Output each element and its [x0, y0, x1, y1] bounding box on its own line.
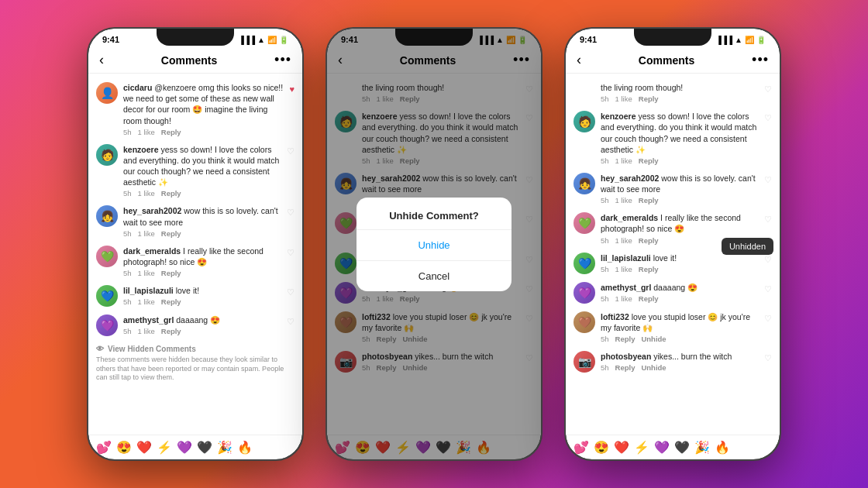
avatar: 💙	[96, 285, 118, 307]
comment-text: lofti232 love you stupid loser 😊 jk you'…	[601, 311, 759, 333]
comment-meta: 5h1 likeReply	[123, 229, 281, 238]
avatar: 👧	[96, 205, 118, 227]
comment-meta: 5h1 likeReply	[123, 128, 284, 136]
emoji-button[interactable]: ❤️	[136, 440, 152, 455]
status-icons: ▐▐▐ ▲ 📶 🔋	[716, 36, 766, 44]
comment-item: 🤎lofti232 love you stupid loser 😊 jk you…	[566, 308, 780, 347]
reply-button[interactable]: Reply	[615, 363, 636, 372]
heart-icon[interactable]: ♡	[764, 84, 772, 95]
reply-button[interactable]: Reply	[161, 189, 181, 198]
heart-icon[interactable]: ♥	[289, 84, 294, 94]
emoji-button[interactable]: ⚡	[634, 440, 649, 455]
emoji-button[interactable]: 😍	[116, 440, 132, 455]
emoji-button[interactable]: 🔥	[237, 440, 253, 455]
heart-icon[interactable]: ♡	[287, 317, 294, 327]
avatar: 💜	[574, 282, 595, 304]
comment-meta: 5h1 likeReply	[601, 156, 759, 165]
back-button[interactable]: ‹	[99, 52, 104, 68]
emoji-button[interactable]: 🔥	[715, 440, 730, 455]
cancel-button[interactable]: Cancel	[356, 261, 512, 291]
emoji-button[interactable]: ⚡	[157, 440, 172, 455]
comment-text: dark_emeralds I really like the second p…	[601, 212, 759, 234]
phone-phone3: 9:41 ▐▐▐ ▲ 📶 🔋 ‹ Comments ••• the living…	[564, 27, 781, 461]
emoji-button[interactable]: 💜	[654, 440, 670, 455]
emoji-button[interactable]: 🖤	[674, 440, 690, 455]
heart-icon[interactable]: ♡	[287, 208, 294, 218]
avatar: 💜	[96, 314, 118, 336]
reply-button[interactable]: Reply	[161, 128, 181, 136]
comment-meta: 5h1 likeReply	[123, 327, 281, 335]
reply-button[interactable]: Reply	[639, 95, 659, 103]
reply-button[interactable]: Reply	[161, 229, 181, 238]
unhide-button[interactable]: Unhide	[641, 363, 666, 372]
comment-item: 💙lil_lapislazuli love it!5h1 likeReply♡	[88, 281, 302, 311]
avatar: 🧑	[96, 144, 118, 166]
avatar: 👤	[96, 82, 118, 104]
hidden-header[interactable]: 👁 View Hidden Comments	[96, 345, 294, 353]
comment-text: lil_lapislazuli love it!	[123, 285, 281, 296]
reply-button[interactable]: Reply	[639, 265, 659, 273]
hidden-label[interactable]: View Hidden Comments	[108, 345, 196, 353]
emoji-button[interactable]: 🖤	[197, 440, 212, 455]
heart-icon[interactable]: ♡	[764, 284, 772, 294]
reply-button[interactable]: Reply	[639, 196, 659, 204]
back-button[interactable]: ‹	[577, 52, 581, 68]
avatar: 💚	[96, 246, 118, 267]
comment-text: kenzoere yess so down! I love the colors…	[601, 111, 759, 155]
unhide-dialog: Unhide Comment? Unhide Cancel	[356, 198, 512, 291]
hidden-comments-section: 👁 View Hidden Comments These comments we…	[88, 340, 302, 387]
comment-item: the living room though!5h1 likeReply♡	[566, 78, 780, 107]
emoji-button[interactable]: 💕	[96, 440, 112, 455]
comment-meta: 5h1 likeReply	[601, 95, 759, 103]
emoji-button[interactable]: 🎉	[217, 440, 232, 455]
comment-meta: 5h1 likeReply	[123, 189, 281, 198]
heart-icon[interactable]: ♡	[287, 248, 294, 258]
comment-item: 🧑kenzoere yess so down! I love the color…	[566, 107, 780, 169]
unhidden-tooltip: Unhidden	[722, 238, 773, 255]
heart-icon[interactable]: ♡	[764, 215, 772, 225]
more-button[interactable]: •••	[752, 52, 769, 68]
comment-item: 💜amethyst_grl daaaang 😍5h1 likeReply♡	[88, 311, 302, 340]
heart-icon[interactable]: ♡	[764, 113, 772, 123]
more-button[interactable]: •••	[274, 52, 291, 68]
unhide-confirm-button[interactable]: Unhide	[356, 230, 512, 260]
comment-text: amethyst_grl daaaang 😍	[123, 314, 281, 325]
emoji-button[interactable]: 😍	[594, 440, 609, 455]
emoji-button[interactable]: ❤️	[614, 440, 629, 455]
heart-icon[interactable]: ♡	[287, 287, 294, 297]
reply-button[interactable]: Reply	[639, 156, 659, 165]
reply-button[interactable]: Reply	[161, 269, 181, 277]
emoji-bar: 💕😍❤️⚡💜🖤🎉🔥	[566, 435, 780, 459]
avatar: 🤎	[574, 311, 595, 333]
avatar: 💚	[574, 212, 595, 234]
comment-meta: 5hReplyUnhide	[601, 363, 759, 372]
heart-icon[interactable]: ♡	[764, 314, 772, 324]
comment-meta: 5hReplyUnhide	[601, 335, 759, 343]
comment-text: kenzoere yess so down! I love the colors…	[123, 144, 281, 188]
comment-meta: 5h1 likeReply	[601, 294, 759, 303]
heart-icon[interactable]: ♡	[764, 353, 772, 363]
heart-icon[interactable]: ♡	[287, 146, 294, 156]
status-icons: ▐▐▐ ▲ 📶 🔋	[239, 36, 288, 44]
phone-phone1: 9:41 ▐▐▐ ▲ 📶 🔋 ‹ Comments ••• 👤cicdaru @…	[87, 27, 304, 461]
dialog-overlay[interactable]: Unhide Comment? Unhide Cancel	[327, 29, 541, 459]
nav-title: Comments	[161, 54, 217, 67]
emoji-button[interactable]: 💜	[177, 440, 192, 455]
comment-text: hey_sarah2002 wow this is so lovely. can…	[123, 205, 281, 227]
comment-item: 🧑kenzoere yess so down! I love the color…	[88, 140, 302, 202]
reply-button[interactable]: Reply	[615, 335, 636, 343]
heart-icon[interactable]: ♡	[764, 255, 772, 265]
emoji-button[interactable]: 🎉	[694, 440, 710, 455]
emoji-button[interactable]: 💕	[574, 440, 589, 455]
comment-text: hey_sarah2002 wow this is so lovely. can…	[601, 173, 759, 194]
heart-icon[interactable]: ♡	[764, 175, 772, 185]
reply-button[interactable]: Reply	[639, 236, 659, 245]
comment-item: 👧hey_sarah2002 wow this is so lovely. ca…	[566, 169, 780, 208]
avatar: 💙	[574, 253, 595, 274]
unhide-button[interactable]: Unhide	[641, 335, 666, 343]
comment-text: cicdaru @kenzoere omg this looks so nice…	[123, 82, 284, 126]
reply-button[interactable]: Reply	[161, 327, 181, 335]
reply-button[interactable]: Reply	[161, 297, 181, 306]
comment-item: 👤cicdaru @kenzoere omg this looks so nic…	[88, 78, 302, 140]
reply-button[interactable]: Reply	[639, 294, 659, 303]
